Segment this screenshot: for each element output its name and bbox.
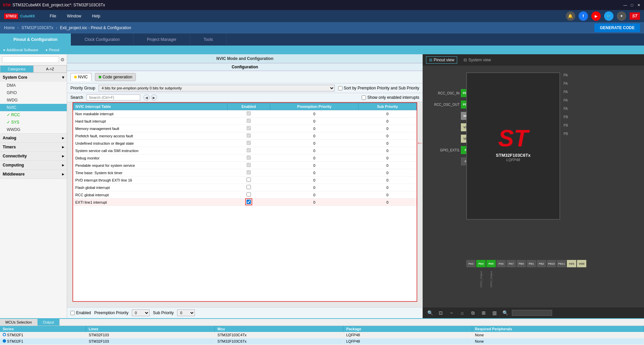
enabled-bottom-checkbox[interactable]: Enabled xyxy=(70,310,91,315)
breadcrumb-mcu[interactable]: STM32F103C6Tx xyxy=(21,25,53,30)
zoom-grid-button[interactable]: ⊞ xyxy=(480,309,488,317)
preemption-priority-select[interactable]: 0 xyxy=(132,309,150,316)
interrupt-name: Non maskable interrupt xyxy=(73,110,227,118)
tab-tools[interactable]: Tools xyxy=(190,33,227,46)
interrupt-enabled-checkbox[interactable] xyxy=(247,185,251,189)
pin-pb1[interactable]: PB1 xyxy=(527,260,536,267)
nvic-tab-nvic[interactable]: NVIC xyxy=(70,73,92,81)
share-icon[interactable]: ✦ xyxy=(617,11,626,21)
sort-checkbox-input[interactable] xyxy=(338,86,342,90)
zoom-layers-button[interactable]: ⧉ xyxy=(469,309,477,317)
pinout-view-tab[interactable]: ⊞ Pinout view xyxy=(426,56,457,64)
sidebar-section-header-middleware[interactable]: Middleware ▸ xyxy=(0,170,67,179)
interrupt-enabled-checkbox[interactable] xyxy=(247,163,251,167)
priority-group-select[interactable]: 4 bits for pre-emption priority 0 bits f… xyxy=(99,85,335,91)
interrupt-enabled-checkbox[interactable] xyxy=(247,141,251,145)
tab-pinout-configuration[interactable]: Pinout & Configuration xyxy=(0,33,71,46)
sidebar-item-iwdg[interactable]: IWDG xyxy=(0,96,67,104)
sidebar-section-header-analog[interactable]: Analog ▸ xyxy=(0,134,67,142)
pin-pb0[interactable]: PB0 xyxy=(517,260,526,267)
pin-pa4[interactable]: PA4 xyxy=(476,260,486,267)
sidebar-section-header-timers[interactable]: Timers ▸ xyxy=(0,143,67,151)
pin-pa6[interactable]: PA6 xyxy=(496,260,506,267)
show-enabled-checkbox-input[interactable] xyxy=(362,95,366,100)
tab-project-manager[interactable]: Project Manager xyxy=(133,33,190,46)
pin-pb10[interactable]: PB10 xyxy=(547,260,556,267)
col-series: Series xyxy=(0,326,86,332)
zoom-fit-button[interactable]: ⊡ xyxy=(437,309,445,317)
nvic-tab-code-gen[interactable]: Code generation xyxy=(95,73,136,81)
zoom-find-button[interactable]: 🔍 xyxy=(501,309,509,317)
minimize-button[interactable]: — xyxy=(623,2,628,8)
sidebar-filter-icon[interactable]: ⚙ xyxy=(60,57,65,62)
sidebar-item-nvic[interactable]: NVIC xyxy=(0,104,67,111)
twitter-icon[interactable]: 🐦 xyxy=(604,11,613,21)
pin-pa5[interactable]: PA5 xyxy=(486,260,496,267)
maximize-button[interactable]: □ xyxy=(629,2,635,8)
sub-priority-select[interactable]: 0 xyxy=(177,309,195,316)
sidebar-section-header-computing[interactable]: Computing ▸ xyxy=(0,161,67,169)
interrupt-enabled-checkbox[interactable] xyxy=(247,178,251,182)
table-row[interactable]: STM32F1STM32F103STM32F103C4TxLQFP48None xyxy=(0,332,644,338)
sort-by-priority-checkbox[interactable]: Sort by Premption Priority and Sub Prior… xyxy=(338,86,419,90)
pin-pb11[interactable]: PB11 xyxy=(557,260,566,267)
interrupt-enabled-checkbox[interactable] xyxy=(247,111,251,116)
sidebar-tab-categories[interactable]: Categories xyxy=(0,65,34,73)
sidebar-section-header-system-core[interactable]: System Core ▾ xyxy=(0,73,67,82)
search-icon-buttons: ◀ ▶ xyxy=(144,94,157,100)
pin-vdd[interactable]: VDD xyxy=(577,260,586,267)
interrupt-enabled-checkbox[interactable] xyxy=(247,126,251,130)
interrupt-enabled-checkbox[interactable] xyxy=(247,200,251,204)
sidebar-item-wwdg[interactable]: WWDG xyxy=(0,126,67,133)
table-row[interactable]: STM32F1STM32F103STM32F103C6TxLQFP48None xyxy=(0,338,644,345)
zoom-ruler-button[interactable]: ▥ xyxy=(490,309,498,317)
breadcrumb-home[interactable]: Home xyxy=(4,25,15,30)
sidebar-item-sys[interactable]: ✓ SYS xyxy=(0,119,67,126)
title-bar-controls[interactable]: — □ ✕ xyxy=(623,2,641,8)
nvic-search-input[interactable] xyxy=(87,94,140,100)
interrupt-enabled-checkbox[interactable] xyxy=(247,119,251,123)
pin-pa7[interactable]: PA7 xyxy=(506,260,516,267)
zoom-search-button[interactable]: 🔍 xyxy=(426,309,434,317)
facebook-icon[interactable]: f xyxy=(579,11,588,21)
subtab-pinout[interactable]: Pinout xyxy=(45,48,59,52)
generate-code-button[interactable]: GENERATE CODE xyxy=(594,23,640,32)
zoom-search-input[interactable] xyxy=(512,310,552,316)
interrupt-name: Debug monitor xyxy=(73,154,227,162)
youtube-icon[interactable]: ▶ xyxy=(591,11,601,21)
search-next-icon[interactable]: ▶ xyxy=(151,94,157,100)
search-prev-icon[interactable]: ◀ xyxy=(144,94,150,100)
interrupt-enabled-checkbox[interactable] xyxy=(247,192,251,197)
menu-file[interactable]: File xyxy=(47,12,59,20)
pin-pb2[interactable]: PB2 xyxy=(537,260,546,267)
subtab-additional-software[interactable]: Additional Software xyxy=(3,48,38,52)
pin-pa3[interactable]: PA3 xyxy=(466,260,476,267)
interrupt-enabled-checkbox[interactable] xyxy=(247,170,251,175)
zoom-reset-button[interactable]: ⌂ xyxy=(458,309,466,317)
sidebar-item-dma[interactable]: DMA xyxy=(0,82,67,89)
interrupt-enabled-checkbox[interactable] xyxy=(247,133,251,138)
sidebar-search-input[interactable] xyxy=(2,56,59,63)
system-view-tab[interactable]: ⊟ System view xyxy=(461,56,494,64)
zoom-out-button[interactable]: − xyxy=(447,309,455,317)
interrupt-enabled-checkbox[interactable] xyxy=(247,155,251,160)
bottom-tab-mcu-selection[interactable]: MCUs Selection xyxy=(0,319,38,326)
bottom-panel: MCUs Selection Output Series Lines Mcu P… xyxy=(0,318,644,345)
menu-window[interactable]: Window xyxy=(64,12,84,20)
show-enabled-only-checkbox[interactable]: Show only enabled interrupts xyxy=(362,95,419,100)
tab-clock-configuration[interactable]: Clock Configuration xyxy=(71,33,133,46)
st-logo: ST xyxy=(630,12,640,20)
pin-vss[interactable]: VSS xyxy=(567,260,576,267)
close-button[interactable]: ✕ xyxy=(636,2,641,8)
sidebar-section-header-connectivity[interactable]: Connectivity ▸ xyxy=(0,152,67,160)
table-row: EXTI line1 interrupt00 xyxy=(73,199,417,206)
bottom-enabled-checkbox[interactable] xyxy=(70,311,75,315)
bottom-tab-output[interactable]: Output xyxy=(38,319,60,326)
notification-icon[interactable]: 🔔 xyxy=(566,11,575,21)
interrupt-enabled-checkbox[interactable] xyxy=(247,148,251,152)
sidebar-item-gpio[interactable]: GPIO xyxy=(0,89,67,96)
sub-priority-value: 0 xyxy=(359,118,417,125)
sidebar-item-rcc[interactable]: ✓ RCC xyxy=(0,111,67,119)
menu-help[interactable]: Help xyxy=(89,12,103,20)
sidebar-tab-az[interactable]: A->Z xyxy=(34,65,67,73)
